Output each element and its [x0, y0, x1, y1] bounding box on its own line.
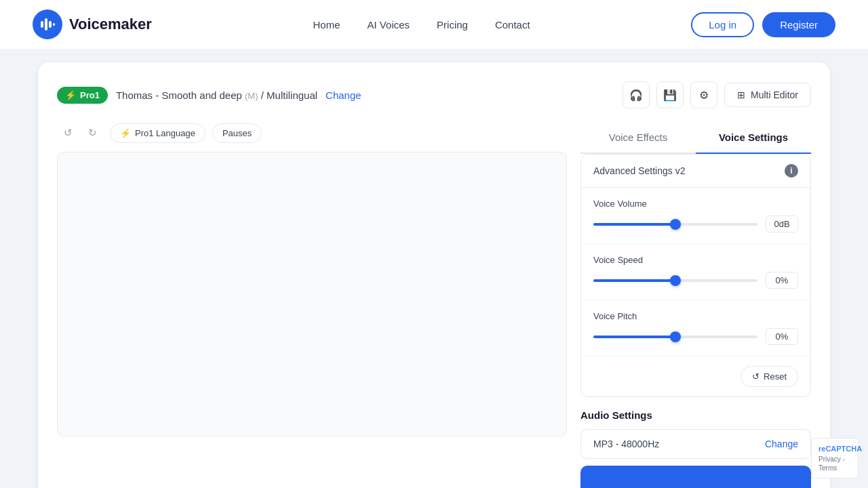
tab-voice-settings[interactable]: Voice Settings [696, 122, 811, 154]
lightning-icon: ⚡ [65, 90, 76, 100]
main-content: ⚡ Pro1 Thomas - Smooth and deep (M) / Mu… [0, 49, 868, 488]
voice-pitch-label: Voice Pitch [593, 311, 798, 321]
voice-speed-label: Voice Speed [593, 255, 798, 265]
nav-home[interactable]: Home [313, 19, 340, 30]
advanced-settings-label: Advanced Settings v2 [593, 165, 685, 176]
settings-button[interactable]: ⚙ [690, 81, 717, 108]
pauses-button[interactable]: Pauses [212, 123, 262, 143]
audio-action-bar[interactable] [580, 466, 811, 488]
audio-format-text: MP3 - 48000Hz [593, 439, 659, 449]
svg-rect-1 [45, 18, 47, 30]
reset-row: ↺ Reset [581, 357, 810, 396]
undo-button[interactable]: ↺ [57, 122, 79, 144]
editor-card: ⚡ Pro1 Thomas - Smooth and deep (M) / Mu… [38, 62, 830, 488]
brand-name: Voicemaker [69, 16, 152, 33]
register-button[interactable]: Register [762, 12, 835, 37]
nav-actions: Log in Register [691, 12, 835, 37]
pro1-badge: ⚡ Pro1 [57, 87, 108, 104]
nav-contact[interactable]: Contact [495, 19, 530, 30]
voice-volume-row: 0dB [593, 216, 798, 232]
layers-icon: ⊞ [737, 89, 745, 100]
audio-format-row: MP3 - 48000Hz Change [580, 429, 811, 459]
voice-speed-group: Voice Speed 0% [581, 244, 810, 300]
svg-rect-2 [49, 21, 52, 28]
login-button[interactable]: Log in [691, 12, 754, 37]
tab-voice-effects[interactable]: Voice Effects [580, 122, 696, 154]
gear-icon: ⚙ [699, 89, 709, 102]
voice-name-label: Thomas - Smooth and deep (M) / Multiling… [116, 89, 317, 101]
brand-logo: Voicemaker [33, 9, 152, 39]
recaptcha-logo: reCAPTCHA [818, 444, 851, 453]
audio-change-button[interactable]: Change [765, 439, 798, 449]
navbar: Voicemaker Home AI Voices Pricing Contac… [0, 0, 868, 49]
voice-pitch-track[interactable] [593, 336, 757, 338]
svg-rect-3 [53, 23, 55, 26]
right-panel: Voice Effects Voice Settings Advanced Se… [580, 122, 811, 488]
voice-pitch-value: 0% [766, 328, 798, 345]
reset-button[interactable]: ↺ Reset [741, 366, 798, 387]
settings-panel: Advanced Settings v2 i Voice Volume 0dB [580, 154, 811, 397]
advanced-settings-header: Advanced Settings v2 i [581, 155, 810, 188]
headphone-button[interactable]: 🎧 [623, 81, 650, 108]
toolbar-icons: 🎧 💾 ⚙ ⊞ Multi Editor [623, 81, 811, 108]
nav-links: Home AI Voices Pricing Contact [313, 19, 530, 30]
voice-speed-track[interactable] [593, 279, 757, 282]
reset-icon: ↺ [752, 371, 760, 382]
voice-tabs: Voice Effects Voice Settings [580, 122, 811, 154]
svg-rect-0 [41, 21, 43, 28]
logo-icon [33, 9, 62, 39]
voice-volume-group: Voice Volume 0dB [581, 188, 810, 244]
voice-pitch-group: Voice Pitch 0% [581, 300, 810, 357]
editor-toolbar: ⚡ Pro1 Thomas - Smooth and deep (M) / Mu… [57, 81, 811, 108]
toolbar-left: ⚡ Pro1 Thomas - Smooth and deep (M) / Mu… [57, 87, 361, 104]
text-editor-area[interactable] [57, 152, 567, 436]
save-icon: 💾 [663, 89, 677, 102]
lightning-small-icon: ⚡ [120, 128, 131, 138]
nav-pricing[interactable]: Pricing [437, 19, 468, 30]
change-voice-button[interactable]: Change [326, 89, 361, 101]
voice-speed-value: 0% [766, 272, 798, 289]
headphone-icon: 🎧 [629, 89, 643, 102]
save-button[interactable]: 💾 [656, 81, 684, 108]
undo-redo-group: ↺ ↻ [57, 122, 103, 144]
info-icon[interactable]: i [785, 164, 798, 178]
recaptcha-links: Privacy - Terms [818, 455, 851, 472]
recaptcha-badge: reCAPTCHA Privacy - Terms [811, 438, 859, 479]
nav-ai-voices[interactable]: AI Voices [368, 19, 410, 30]
editor-actions: ↺ ↻ ⚡ Pro1 Language Pauses [57, 122, 567, 144]
pro1-badge-label: Pro1 [80, 90, 100, 100]
multi-editor-button[interactable]: ⊞ Multi Editor [724, 83, 811, 107]
voice-volume-value: 0dB [766, 216, 798, 232]
editor-area: ↺ ↻ ⚡ Pro1 Language Pauses Voice Effects… [57, 122, 811, 488]
audio-settings-title: Audio Settings [580, 409, 811, 421]
redo-button[interactable]: ↻ [81, 122, 103, 144]
text-editor-section: ↺ ↻ ⚡ Pro1 Language Pauses [57, 122, 567, 488]
audio-settings: Audio Settings MP3 - 48000Hz Change [580, 409, 811, 488]
voice-volume-track[interactable] [593, 223, 757, 226]
voice-speed-row: 0% [593, 272, 798, 289]
pro1-language-button[interactable]: ⚡ Pro1 Language [110, 123, 205, 143]
voice-pitch-row: 0% [593, 328, 798, 345]
voice-volume-label: Voice Volume [593, 199, 798, 209]
